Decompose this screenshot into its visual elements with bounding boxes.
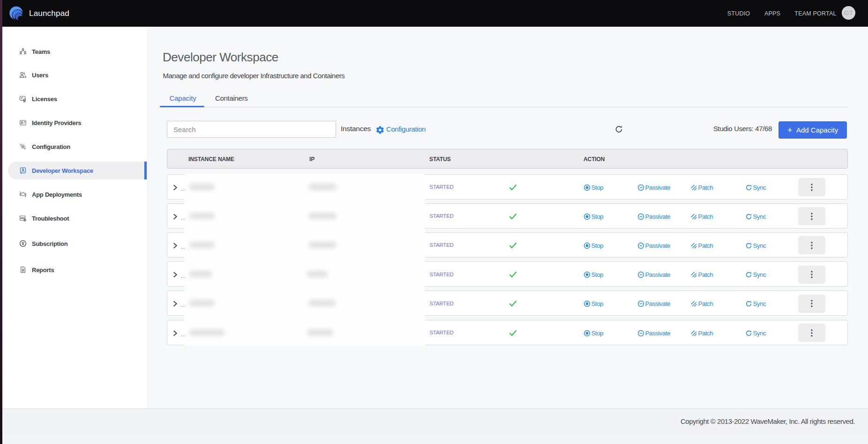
svg-text:$: $: [22, 241, 24, 246]
